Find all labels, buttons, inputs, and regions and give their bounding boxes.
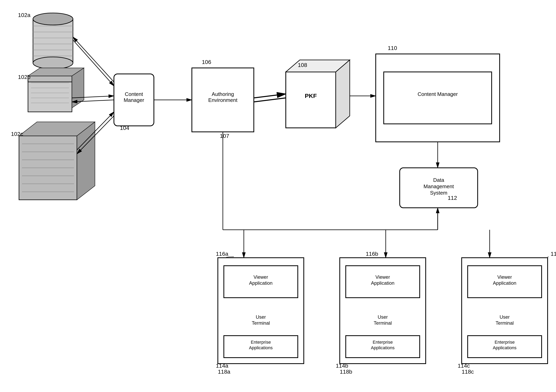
- label-102a: 102a: [18, 12, 31, 18]
- svg-rect-10: [28, 80, 72, 112]
- svg-rect-38: [286, 72, 336, 128]
- label-102b: 102b: [18, 74, 30, 80]
- svg-point-2: [33, 13, 73, 25]
- enterprise-app-a-text2: Applications: [249, 345, 273, 350]
- viewer-app-a-text1: Viewer: [254, 274, 268, 280]
- svg-rect-11: [28, 76, 72, 82]
- label-116c: 116c: [551, 251, 556, 257]
- content-manager-right-inner: [384, 72, 492, 124]
- dms-text1: Data: [433, 177, 444, 183]
- pkf-box: [286, 60, 350, 128]
- label-110: 110: [388, 45, 397, 51]
- viewer-app-c-text2: Application: [493, 280, 516, 286]
- enterprise-app-b-text1: Enterprise: [373, 340, 393, 345]
- enterprise-app-a-text1: Enterprise: [251, 340, 271, 345]
- label-118b: 118b: [340, 369, 352, 375]
- user-terminal-c-text2: Terminal: [496, 320, 514, 326]
- label-104: 104: [120, 125, 129, 131]
- dms-text3: System: [430, 190, 448, 196]
- label-114b: 114b: [336, 363, 348, 369]
- enterprise-app-c-text1: Enterprise: [495, 340, 515, 345]
- label-118a: 118a: [218, 369, 231, 375]
- user-terminal-b-text1: User: [378, 314, 388, 320]
- svg-marker-21: [77, 122, 95, 200]
- server-icon-102b: [28, 68, 84, 112]
- cube-icon-102c: [19, 122, 95, 200]
- user-terminal-a-text1: User: [256, 314, 266, 320]
- authoring-env-text: Authoring: [212, 91, 234, 97]
- viewer-app-b-text1: Viewer: [376, 274, 390, 280]
- label-106: 106: [202, 59, 211, 65]
- label-116b: 116b: [366, 251, 378, 257]
- label-114c: 114c: [458, 363, 470, 369]
- viewer-app-b-text2: Application: [371, 280, 394, 286]
- label-114a: 114a: [216, 363, 228, 369]
- authoring-env-text2: Environment: [208, 97, 238, 103]
- viewer-app-a-text2: Application: [249, 280, 272, 286]
- label-108: 108: [298, 62, 307, 68]
- pkf-text: PKF: [305, 92, 317, 99]
- svg-marker-40: [336, 60, 350, 128]
- database-icon-102a: [33, 13, 73, 69]
- user-terminal-b-text2: Terminal: [374, 320, 392, 326]
- label-116a: 116a: [216, 251, 228, 257]
- content-manager-left-text: Content: [125, 91, 143, 97]
- content-manager-left-text2: Manager: [124, 97, 144, 103]
- label-107: 107: [220, 133, 229, 139]
- viewer-app-c-text1: Viewer: [497, 274, 512, 280]
- dms-text2: Management: [424, 184, 454, 189]
- label-102c: 102c: [11, 131, 23, 137]
- svg-point-3: [33, 57, 73, 69]
- user-terminal-c-text1: User: [500, 314, 510, 320]
- content-manager-right-text: Content Manager: [418, 91, 458, 97]
- enterprise-app-b-text2: Applications: [371, 345, 395, 350]
- enterprise-app-c-text2: Applications: [493, 345, 517, 350]
- user-terminal-a-text2: Terminal: [252, 320, 270, 326]
- svg-rect-1: [33, 19, 73, 63]
- label-118c: 118c: [462, 369, 474, 375]
- label-112: 112: [448, 195, 457, 201]
